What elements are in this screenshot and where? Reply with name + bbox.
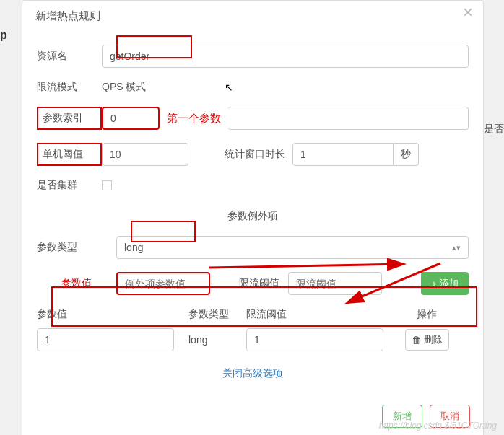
add-button[interactable]: + 添加 <box>421 272 469 295</box>
th-threshold: 限流阈值 <box>246 308 398 321</box>
label-limit-threshold: 限流阈值 <box>239 277 279 290</box>
close-advanced-link[interactable]: 关闭高级选项 <box>37 367 469 380</box>
stat-window-unit: 秒 <box>394 143 419 166</box>
delete-button[interactable]: 🗑 删除 <box>405 329 449 351</box>
label-param-type: 参数类型 <box>37 241 116 254</box>
section-title: 参数例外项 <box>37 210 469 223</box>
label-resource: 资源名 <box>37 50 102 63</box>
param-index-input[interactable] <box>102 107 160 130</box>
row-type: long <box>188 334 246 346</box>
modal-body: 资源名 限流模式 QPS 模式 ↖ 参数索引 第一个参数 单机阈值 统计窗口时长… <box>22 30 483 395</box>
label-stat-window: 统计窗口时长 <box>225 148 285 161</box>
label-is-cluster: 是否集群 <box>37 179 102 192</box>
plus-icon: + <box>431 278 437 289</box>
label-mode: 限流模式 <box>37 81 102 94</box>
label-param-index: 参数索引 <box>37 107 102 130</box>
mode-value: QPS 模式 <box>102 81 146 94</box>
param-index-right-area[interactable] <box>228 107 469 130</box>
label-single-threshold: 单机阈值 <box>37 143 102 166</box>
annotation-first-param: 第一个参数 <box>167 112 221 126</box>
close-icon[interactable]: × <box>463 2 473 22</box>
delete-button-label: 删除 <box>424 333 443 346</box>
row-value-input[interactable] <box>37 328 174 351</box>
resource-input[interactable] <box>102 45 469 68</box>
exception-value-input[interactable] <box>116 272 210 295</box>
param-type-value: long <box>124 242 143 253</box>
th-op: 操作 <box>398 308 456 321</box>
label-param-value: 参数值 <box>37 277 116 290</box>
background-fragment-left: p <box>0 29 14 42</box>
th-value: 参数值 <box>37 308 188 321</box>
background-fragment-right: 是否 <box>484 123 504 136</box>
cluster-checkbox[interactable] <box>102 180 112 190</box>
stat-window-input[interactable] <box>292 143 394 166</box>
th-type: 参数类型 <box>188 308 246 321</box>
single-threshold-input[interactable] <box>102 143 188 166</box>
chevron-updown-icon: ▴▾ <box>452 243 461 252</box>
trash-icon: 🗑 <box>412 335 421 346</box>
cursor-icon: ↖ <box>225 82 233 93</box>
row-threshold-input[interactable] <box>246 328 383 351</box>
add-button-label: 添加 <box>440 277 459 290</box>
watermark: https://blog.csdn.$/51CTOrang <box>379 421 497 431</box>
modal-title: 新增热点规则 <box>22 1 483 30</box>
limit-threshold-input[interactable] <box>288 272 382 295</box>
table-row: long 🗑 删除 <box>37 328 469 351</box>
exception-table-header: 参数值 参数类型 限流阈值 操作 <box>37 308 469 321</box>
param-type-select[interactable]: long ▴▾ <box>116 236 469 259</box>
modal-dialog: × 新增热点规则 资源名 限流模式 QPS 模式 ↖ 参数索引 第一个参数 单机… <box>22 0 484 435</box>
